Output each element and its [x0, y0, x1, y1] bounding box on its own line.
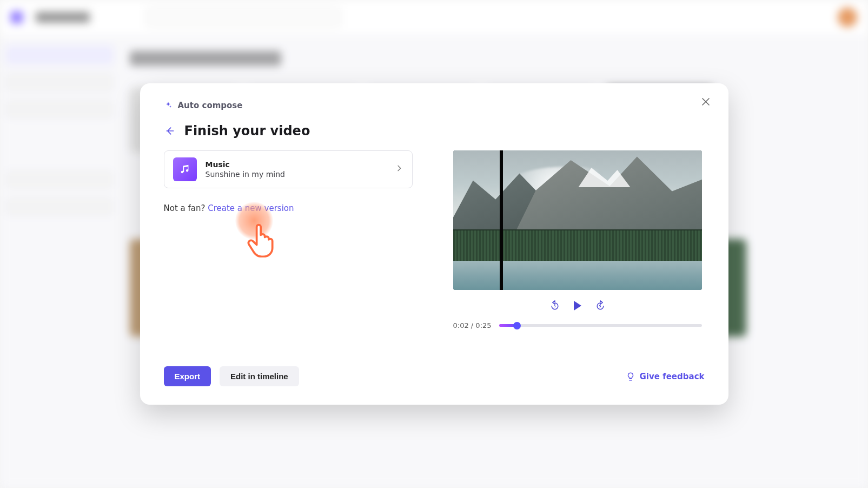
music-icon [173, 157, 197, 181]
svg-text:5: 5 [599, 305, 601, 308]
modal-title: Finish your video [184, 123, 310, 139]
close-button[interactable] [699, 95, 712, 108]
auto-compose-label: Auto compose [178, 101, 243, 110]
music-track-name: Sunshine in my mind [206, 170, 386, 179]
progress-bar[interactable] [499, 324, 702, 327]
svg-text:5: 5 [553, 305, 555, 308]
play-icon [574, 301, 581, 311]
lightbulb-icon [626, 372, 635, 381]
create-new-version-link[interactable]: Create a new version [208, 203, 294, 213]
player-controls: 5 5 [549, 300, 606, 312]
time-display: 0:02 / 0:25 [453, 321, 492, 329]
skip-forward-icon: 5 [595, 300, 606, 311]
progress-thumb[interactable] [513, 322, 521, 329]
auto-compose-breadcrumb: Auto compose [164, 101, 705, 110]
edit-in-timeline-button[interactable]: Edit in timeline [220, 366, 299, 386]
skip-forward-button[interactable]: 5 [594, 300, 606, 312]
auto-compose-modal: Auto compose Finish your video Music Sun… [140, 83, 728, 405]
export-button[interactable]: Export [164, 366, 211, 386]
close-icon [702, 98, 710, 105]
music-card[interactable]: Music Sunshine in my mind [164, 150, 413, 188]
music-heading: Music [206, 160, 386, 169]
play-button[interactable] [572, 300, 584, 312]
not-a-fan-text: Not a fan? Create a new version [164, 203, 413, 213]
video-preview[interactable] [453, 150, 702, 290]
sparkle-icon [164, 101, 173, 110]
give-feedback-button[interactable]: Give feedback [626, 372, 705, 381]
skip-back-icon: 5 [549, 300, 560, 311]
skip-back-button[interactable]: 5 [549, 300, 561, 312]
arrow-left-icon [164, 126, 175, 136]
chevron-right-icon [395, 164, 403, 175]
back-button[interactable] [164, 125, 176, 137]
